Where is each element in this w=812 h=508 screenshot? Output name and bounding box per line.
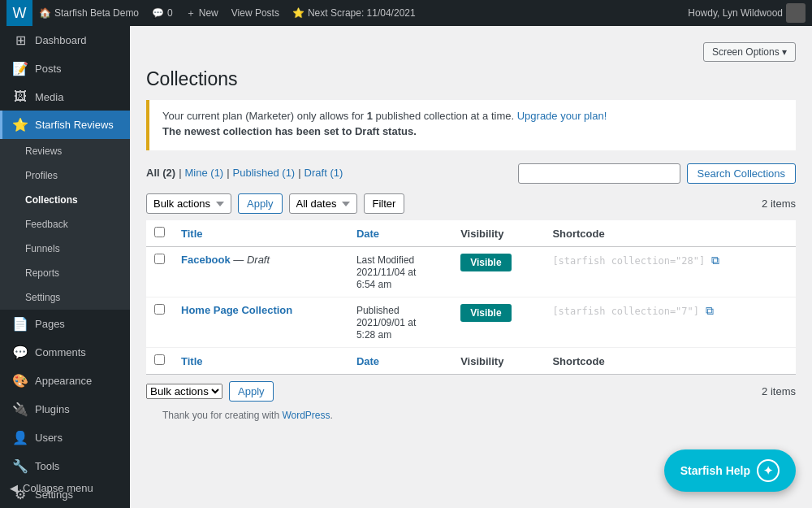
- starfish-help-button[interactable]: Starfish Help ✦: [664, 449, 796, 492]
- table-row: Facebook — Draft Last Modified2021/11/04…: [146, 247, 796, 297]
- tfoot-visibility: Visibility: [452, 348, 544, 375]
- sidebar-item-comments[interactable]: 💬 Comments: [0, 338, 130, 367]
- copy-icon[interactable]: ⧉: [711, 254, 719, 267]
- appearance-icon: 🎨: [12, 373, 28, 389]
- select-all-checkbox-top[interactable]: [154, 227, 165, 237]
- comments-link[interactable]: 💬 0: [145, 0, 179, 26]
- collapse-icon: ◀: [10, 482, 18, 494]
- sidebar-item-reports[interactable]: Reports: [0, 261, 130, 285]
- visibility-button[interactable]: Visible: [460, 304, 511, 322]
- row-visibility: Visible: [452, 247, 544, 297]
- collapse-menu[interactable]: ◀ Collapse menu: [0, 475, 130, 501]
- tablenav-top: Bulk actions Apply All dates Filter 2 it…: [146, 193, 796, 214]
- filter-link-mine[interactable]: Mine (1): [185, 167, 224, 179]
- sidebar-item-funnels[interactable]: Funnels: [0, 237, 130, 261]
- howdy-text: Howdy, Lyn Wildwood: [688, 7, 783, 19]
- sidebar-item-starfish[interactable]: ⭐ Starfish Reviews: [0, 111, 130, 139]
- sidebar-item-settings-sf[interactable]: Settings: [0, 285, 130, 310]
- sidebar-item-label: Reports: [25, 267, 59, 279]
- apply-button-bottom[interactable]: Apply: [229, 381, 274, 402]
- tfoot-shortcode: Shortcode: [544, 348, 796, 375]
- notice-line1: Your current plan (Marketer) only allows…: [162, 110, 783, 122]
- tfoot-checkbox: [146, 348, 173, 375]
- users-icon: 👤: [12, 430, 28, 445]
- sidebar-item-pages[interactable]: 📄 Pages: [0, 310, 130, 338]
- site-name[interactable]: 🏠 Starfish Beta Demo: [32, 0, 145, 26]
- sidebar-item-reviews[interactable]: Reviews: [0, 139, 130, 163]
- filter-link-all[interactable]: All (2): [146, 167, 175, 179]
- plus-icon: ＋: [186, 7, 196, 20]
- sidebar-item-label: Appearance: [35, 375, 92, 387]
- bulk-actions-select-bottom[interactable]: Bulk actions: [146, 384, 222, 399]
- sidebar-item-label: Settings: [25, 292, 60, 303]
- upgrade-link[interactable]: Upgrade your plan!: [517, 110, 607, 122]
- sidebar-item-label: Starfish Reviews: [35, 119, 114, 131]
- sidebar-item-label: Feedback: [25, 219, 68, 230]
- row-shortcode: [starfish collection="7"] ⧉: [544, 297, 796, 348]
- sidebar-item-posts[interactable]: 📝 Posts: [0, 54, 130, 83]
- collection-title-link[interactable]: Home Page Collection: [181, 304, 292, 316]
- date-sort-link[interactable]: Date: [356, 228, 379, 240]
- row-select-checkbox[interactable]: [154, 304, 165, 315]
- sidebar-item-feedback[interactable]: Feedback: [0, 212, 130, 237]
- sidebar-item-profiles[interactable]: Profiles: [0, 163, 130, 188]
- sidebar-item-dashboard[interactable]: ⊞ Dashboard: [0, 26, 130, 54]
- bulk-actions-select-top[interactable]: Bulk actions: [146, 193, 231, 214]
- admin-bar: W 🏠 Starfish Beta Demo 💬 0 ＋ New View Po…: [0, 0, 812, 26]
- draft-label: — Draft: [233, 254, 270, 266]
- sidebar-item-label: Tools: [35, 460, 59, 472]
- sidebar-item-label: Profiles: [25, 170, 58, 181]
- table-row: Home Page Collection Published2021/09/01…: [146, 297, 796, 348]
- top-controls-row: All (2) | Mine (1) | Published (1) | Dra…: [146, 163, 796, 190]
- sidebar-item-collections[interactable]: Collections: [0, 188, 130, 212]
- title-sort-link[interactable]: Title: [181, 228, 203, 240]
- filter-link-published[interactable]: Published (1): [233, 167, 296, 179]
- date-filter-select[interactable]: All dates: [289, 193, 357, 214]
- sidebar-item-users[interactable]: 👤 Users: [0, 423, 130, 452]
- tablenav-bottom: Bulk actions Apply 2 items: [146, 381, 796, 402]
- admin-bar-right: Howdy, Lyn Wildwood: [688, 3, 806, 23]
- sidebar-item-label: Posts: [35, 63, 62, 75]
- search-input[interactable]: [518, 163, 680, 184]
- filter-link-draft[interactable]: Draft (1): [304, 167, 343, 179]
- sidebar-item-label: Dashboard: [35, 34, 87, 46]
- sidebar-item-plugins[interactable]: 🔌 Plugins: [0, 395, 130, 423]
- home-icon: 🏠: [39, 7, 51, 19]
- row-select-checkbox[interactable]: [154, 254, 165, 264]
- sidebar-item-label: Pages: [35, 318, 65, 330]
- sidebar-item-label: Collections: [25, 194, 78, 206]
- date-sort-link-bottom[interactable]: Date: [356, 355, 379, 367]
- new-link[interactable]: ＋ New: [179, 0, 225, 26]
- star-icon: ⭐: [292, 7, 304, 19]
- sidebar-item-label: Plugins: [35, 403, 70, 415]
- row-date: Last Modified2021/11/04 at6:54 am: [348, 247, 452, 297]
- filter-button[interactable]: Filter: [364, 193, 405, 214]
- tfoot-title: Title: [173, 348, 348, 375]
- notice-line2: The newest collection has been set to Dr…: [162, 125, 783, 137]
- date-label: Last Modified2021/11/04 at6:54 am: [356, 254, 416, 290]
- select-all-checkbox-bottom[interactable]: [154, 354, 165, 365]
- notice-box: Your current plan (Marketer) only allows…: [146, 100, 796, 150]
- sidebar-item-media[interactable]: 🖼 Media: [0, 83, 130, 111]
- sidebar-item-appearance[interactable]: 🎨 Appearance: [0, 367, 130, 395]
- row-title: Home Page Collection: [173, 297, 348, 348]
- search-bar: Search Collections: [518, 163, 796, 184]
- screen-options-button[interactable]: Screen Options ▾: [703, 42, 796, 62]
- screen-options-bar: Screen Options ▾: [146, 42, 796, 62]
- tfoot-date: Date: [348, 348, 452, 375]
- visibility-button[interactable]: Visible: [460, 254, 511, 271]
- row-shortcode: [starfish collection="28"] ⧉: [544, 247, 796, 297]
- collection-title-link[interactable]: Facebook: [181, 254, 231, 266]
- title-sort-link-bottom[interactable]: Title: [181, 355, 203, 367]
- footer-text: Thank you for creating with: [162, 410, 282, 421]
- apply-button-top[interactable]: Apply: [238, 193, 283, 214]
- avatar: [786, 3, 806, 23]
- search-collections-button[interactable]: Search Collections: [687, 163, 796, 184]
- copy-icon[interactable]: ⧉: [706, 304, 714, 317]
- sidebar-item-label: Reviews: [25, 145, 62, 157]
- view-posts-link[interactable]: View Posts: [225, 0, 286, 26]
- wp-logo: W: [6, 0, 32, 26]
- filter-links: All (2) | Mine (1) | Published (1) | Dra…: [146, 167, 343, 179]
- media-icon: 🖼: [12, 89, 28, 104]
- wordpress-link[interactable]: WordPress: [282, 410, 330, 421]
